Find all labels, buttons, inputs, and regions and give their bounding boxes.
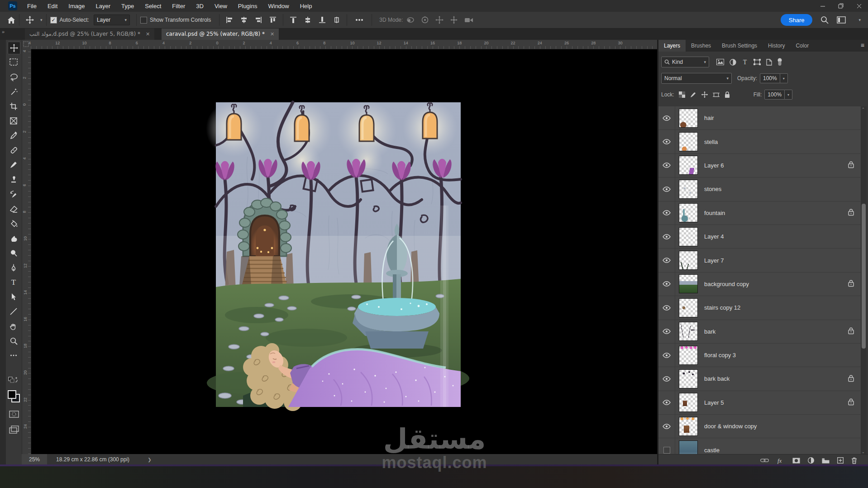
3d-slide-icon[interactable]: [450, 16, 458, 24]
tab-close-icon[interactable]: ✕: [146, 31, 150, 37]
layer-visibility-eye-icon[interactable]: [658, 391, 675, 414]
layer-name[interactable]: hair: [704, 115, 714, 121]
layer-thumbnail[interactable]: [679, 132, 698, 151]
align-right-icon[interactable]: [255, 16, 262, 24]
layer-thumbnail[interactable]: [679, 156, 698, 175]
distribute-center-v-icon[interactable]: [304, 16, 311, 24]
layer-thumbnail[interactable]: [679, 346, 698, 365]
layer-visibility-eye-icon[interactable]: [658, 320, 675, 343]
layer-name[interactable]: stones: [704, 186, 721, 192]
layer-thumbnail[interactable]: [679, 203, 698, 222]
menu-window[interactable]: Window: [262, 0, 294, 12]
quick-mask-icon[interactable]: [9, 411, 19, 420]
3d-roll-icon[interactable]: [421, 16, 429, 24]
layer-row-stella[interactable]: stella: [658, 130, 862, 153]
delete-layer-icon[interactable]: [851, 457, 857, 464]
panel-menu-icon[interactable]: ≡: [861, 42, 864, 49]
swap-colors-icon[interactable]: [8, 377, 18, 386]
layer-visibility-eye-icon[interactable]: [658, 154, 675, 177]
more-options-icon[interactable]: [355, 19, 363, 21]
move-tool-preset-icon[interactable]: [26, 16, 34, 24]
layer-visibility-eye-icon[interactable]: [658, 201, 675, 225]
layer-thumbnail[interactable]: [679, 109, 698, 128]
layer-row-floral-copy-3[interactable]: floral copy 3: [658, 344, 862, 367]
layer-name[interactable]: Layer 6: [704, 162, 724, 169]
crop-tool[interactable]: [8, 100, 19, 112]
move-tool[interactable]: [8, 42, 20, 54]
filter-shape-layers-icon[interactable]: [754, 59, 761, 65]
layer-row-hair[interactable]: hair: [658, 106, 862, 130]
align-left-icon[interactable]: [226, 16, 233, 24]
frame-tool[interactable]: [8, 115, 19, 127]
layer-name[interactable]: floral copy 3: [704, 352, 736, 359]
layer-name[interactable]: Layer 7: [704, 257, 724, 264]
layer-thumbnail[interactable]: [679, 227, 698, 246]
align-center-h-icon[interactable]: [240, 16, 248, 24]
vertical-ruler[interactable]: 42024681012141618202224: [22, 49, 31, 454]
panel-tab-brush-settings[interactable]: Brush Settings: [716, 40, 763, 52]
panel-tab-brushes[interactable]: Brushes: [686, 40, 716, 52]
dodge-tool[interactable]: [8, 247, 19, 259]
adjustment-layer-icon[interactable]: [808, 457, 814, 464]
tab-close-icon[interactable]: ✕: [270, 31, 274, 37]
path-selection-tool[interactable]: [8, 291, 19, 303]
pasteboard[interactable]: [31, 49, 657, 454]
menu-type[interactable]: Type: [116, 0, 139, 12]
layer-row-fountain[interactable]: fountain: [658, 201, 862, 225]
workspace-switcher-icon[interactable]: [837, 16, 846, 24]
layer-visibility-eye-icon[interactable]: [658, 415, 675, 438]
lock-position-icon[interactable]: [701, 91, 708, 98]
canvas-artwork[interactable]: [216, 102, 461, 407]
layer-thumbnail[interactable]: [679, 369, 698, 388]
status-chevron-icon[interactable]: ❯: [148, 457, 151, 462]
collapse-panels-chevrons[interactable]: »: [2, 29, 5, 34]
distribute-center-h-icon[interactable]: [333, 16, 340, 24]
filter-adjustment-layers-icon[interactable]: [730, 59, 736, 66]
tool-preset-chevron-icon[interactable]: ▾: [40, 18, 43, 22]
layer-thumbnail[interactable]: [679, 298, 698, 317]
share-button[interactable]: Share: [781, 14, 813, 26]
panel-tab-color[interactable]: Color: [790, 40, 814, 52]
zoom-tool[interactable]: [8, 335, 19, 347]
new-layer-icon[interactable]: [837, 457, 844, 464]
layer-name[interactable]: stella: [704, 139, 718, 145]
zoom-level[interactable]: 25%: [22, 454, 47, 465]
menu-help[interactable]: Help: [295, 0, 318, 12]
menu-select[interactable]: Select: [139, 0, 167, 12]
document-tab-1[interactable]: مولد النب,d.psd @ 25% (Layer 5, RGB/8) *…: [25, 28, 154, 40]
close-icon[interactable]: [850, 0, 868, 12]
spot-healing-tool[interactable]: [8, 144, 19, 156]
layer-name[interactable]: background copy: [704, 281, 749, 287]
minimize-icon[interactable]: [814, 0, 832, 12]
new-group-icon[interactable]: [822, 458, 830, 464]
auto-select-target-dropdown[interactable]: Layer▾: [94, 14, 130, 25]
brush-tool[interactable]: [8, 159, 19, 171]
eraser-tool[interactable]: [8, 203, 19, 215]
layer-name[interactable]: bark back: [704, 375, 730, 382]
layer-row-stones[interactable]: stones: [658, 177, 862, 201]
filter-toggle-pin-icon[interactable]: [777, 58, 782, 66]
link-layers-icon[interactable]: [760, 458, 769, 463]
menu-3d[interactable]: 3D: [191, 0, 209, 12]
paint-bucket-tool[interactable]: [8, 218, 19, 230]
search-icon[interactable]: [820, 16, 829, 24]
eyedropper-tool[interactable]: [8, 129, 19, 141]
3d-camera-icon[interactable]: [464, 17, 473, 23]
line-tool[interactable]: [8, 306, 19, 317]
layer-visibility-empty[interactable]: [658, 438, 675, 455]
distribute-top-icon[interactable]: [290, 16, 297, 24]
menu-filter[interactable]: Filter: [167, 0, 191, 12]
layer-row-background-copy[interactable]: background copy: [658, 273, 862, 296]
hand-tool[interactable]: [8, 321, 19, 332]
layer-name[interactable]: bark: [704, 328, 715, 335]
foreground-background-swatches[interactable]: [8, 390, 20, 406]
layer-thumbnail[interactable]: [679, 393, 698, 412]
menu-view[interactable]: View: [209, 0, 233, 12]
layer-thumbnail[interactable]: [679, 440, 698, 455]
clone-stamp-tool[interactable]: [8, 174, 19, 186]
lock-pixels-icon[interactable]: [690, 91, 696, 98]
horizontal-ruler[interactable]: 412108642024681012141618202224262830: [31, 40, 657, 49]
auto-select-checkbox[interactable]: ✓: [50, 17, 57, 24]
layer-list-scrollbar[interactable]: ⌃ ⌄: [861, 106, 867, 455]
marquee-tool[interactable]: [8, 56, 19, 68]
